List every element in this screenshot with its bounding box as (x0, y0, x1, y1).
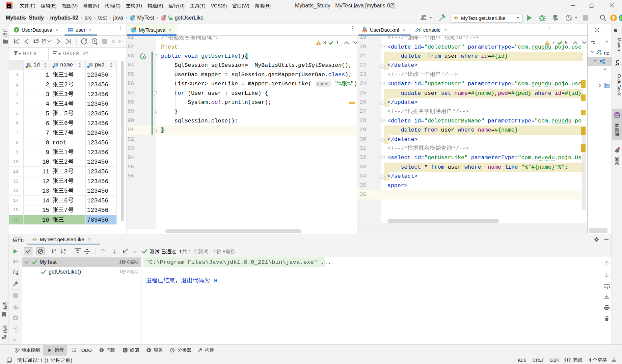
svg-text:z: z (54, 252, 56, 255)
svg-text:a: a (54, 248, 56, 252)
svg-text:c: c (131, 17, 134, 21)
svg-text:<>: <> (363, 30, 367, 33)
svg-text:I: I (15, 28, 17, 32)
